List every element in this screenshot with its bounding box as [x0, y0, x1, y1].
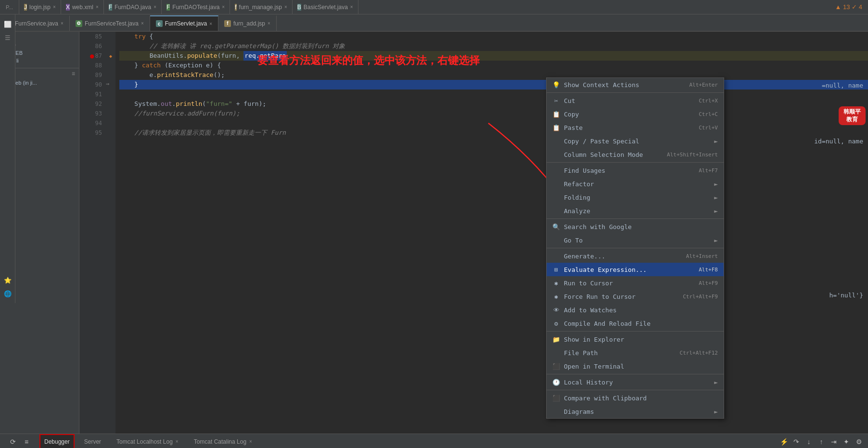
close-icon[interactable]: ×	[249, 439, 252, 444]
editor-gutter: ◆ ⇒	[106, 32, 115, 434]
ctx-analyze-label: Analyze	[564, 207, 590, 215]
ctx-search-google[interactable]: 🔍 Search with Google	[547, 220, 724, 233]
ctx-run-to-cursor[interactable]: ✱ Run to Cursor Alt+F9	[547, 276, 724, 290]
server-label: Server	[84, 438, 101, 445]
ctx-compare-clipboard[interactable]: ⬛ Compare with Clipboard	[547, 391, 724, 405]
services-toolbar: ⟳ ≡	[4, 436, 36, 447]
ctx-shortcut: Alt+Enter	[689, 82, 718, 88]
ctx-refactor[interactable]: Refactor ►	[547, 177, 724, 191]
refresh-btn[interactable]: ⟳	[8, 436, 18, 447]
ctx-analyze[interactable]: Analyze ►	[547, 204, 724, 218]
resume-btn[interactable]: ⚡	[779, 436, 789, 447]
tab-furnservicetest[interactable]: ⚙ FurnServiceTest.java ×	[70, 15, 150, 31]
ctx-diagrams-label: Diagrams	[564, 408, 594, 415]
step-into-btn[interactable]: ↓	[804, 436, 814, 447]
ctx-paste[interactable]: 📋 Paste Ctrl+V	[547, 121, 724, 134]
close-icon[interactable]: ×	[284, 4, 287, 10]
close-icon[interactable]: ×	[222, 4, 225, 10]
ctx-open-terminal[interactable]: ⬛ Open in Terminal	[547, 359, 724, 373]
tomcat-localhost-tab[interactable]: Tomcat Localhost Log ×	[111, 434, 184, 448]
close-icon[interactable]: ×	[350, 4, 353, 10]
gutter-86	[106, 41, 115, 51]
ctx-evaluate-label: Evaluate Expression...	[564, 266, 647, 273]
web-btn[interactable]: 🌐	[2, 288, 13, 299]
ctx-copy-paste-special[interactable]: Copy / Paste Special ►	[547, 134, 724, 148]
close-icon[interactable]: ×	[96, 4, 99, 10]
close-icon[interactable]: ×	[209, 21, 212, 26]
diagrams-icon	[552, 408, 560, 415]
code-line-93: //furnService.addFurn(furn);	[119, 109, 868, 118]
close-icon[interactable]: ×	[268, 21, 270, 26]
ctx-column-selection[interactable]: Column Selection Mode Alt+Shift+Insert	[547, 148, 724, 161]
project-btn[interactable]: ⬜	[2, 18, 13, 30]
ctx-shortcut: Alt+Insert	[686, 253, 718, 259]
collapse-btn[interactable]: ≡	[21, 436, 32, 447]
close-icon[interactable]: ×	[53, 4, 56, 10]
ctx-separator-5	[547, 331, 724, 332]
ctx-local-history-label: Local History	[564, 379, 613, 386]
tab-furnservlet[interactable]: c FurnServlet.java ×	[150, 15, 218, 31]
ctx-goto-label: Go To	[564, 237, 583, 244]
top-tab-login[interactable]: J login.jsp ×	[19, 0, 61, 14]
ctx-cut[interactable]: ✂ Cut Ctrl+X	[547, 94, 724, 107]
evaluate-btn[interactable]: ✦	[841, 436, 852, 447]
gutter-91	[106, 90, 115, 99]
debugger-tab[interactable]: Debugger	[39, 434, 75, 448]
server-tab[interactable]: Server	[78, 434, 107, 448]
ctx-file-path[interactable]: File Path Ctrl+Alt+F12	[547, 346, 724, 359]
run-cursor-icon: ✱	[552, 279, 560, 287]
run-cursor-btn[interactable]: ⇥	[829, 436, 839, 447]
ctx-paste-label: Paste	[564, 124, 583, 131]
ctx-shortcut: Alt+F8	[699, 267, 718, 273]
close-icon[interactable]: ×	[153, 4, 156, 10]
line-numbers: 85 86 ● 87 88 89 90 91 92 93 94 95	[79, 32, 106, 434]
ctx-evaluate-expression[interactable]: ⊞ Evaluate Expression... Alt+F8	[547, 263, 724, 276]
ctx-goto[interactable]: Go To ►	[547, 233, 724, 247]
top-tab-basicservlet[interactable]: B BasicServlet.java ×	[293, 0, 358, 14]
structure-btn[interactable]: ☰	[2, 32, 13, 43]
ctx-copy[interactable]: 📋 Copy Ctrl+C	[547, 107, 724, 121]
step-out-btn[interactable]: ↑	[816, 436, 827, 447]
step-over-btn[interactable]: ↷	[791, 436, 802, 447]
code-editor[interactable]: 要查看方法返回来的值，选中该方法，右键选择 85 86 ● 87 88 89 9…	[79, 32, 868, 434]
ctx-separator-4	[547, 248, 724, 248]
ctx-compare-label: Compare with Clipboard	[564, 395, 647, 402]
ctx-separator-1	[547, 92, 724, 93]
ctx-generate[interactable]: Generate... Alt+Insert	[547, 249, 724, 263]
close-icon[interactable]: ×	[176, 439, 179, 444]
ctx-show-context-actions[interactable]: 💡 Show Context Actions Alt+Enter	[547, 78, 724, 91]
submenu-arrow-icon: ►	[714, 194, 718, 201]
ctx-compile-reload[interactable]: ⚙ Compile And Reload File	[547, 317, 724, 330]
ctx-separator-7	[547, 390, 724, 390]
ctx-shortcut: Ctrl+C	[699, 111, 718, 117]
code-line-90: }	[119, 80, 868, 90]
ctx-diagrams[interactable]: Diagrams ►	[547, 405, 724, 418]
left-icon-bar: ⬜ ☰ ⭐ 🌐	[0, 14, 15, 303]
tomcat-catalina-tab[interactable]: Tomcat Catalina Log ×	[188, 434, 258, 448]
top-tab-furnmanage[interactable]: f furn_manage.jsp ×	[230, 0, 293, 14]
evaluate-icon: ⊞	[552, 266, 560, 273]
close-icon[interactable]: ×	[141, 21, 144, 26]
settings-btn[interactable]: ⚙	[854, 436, 864, 447]
tab-label: BasicServlet.java	[304, 4, 348, 11]
code-content[interactable]: try { // 老韩解读 讲 req.getParameterMap() 数据…	[115, 32, 868, 434]
code-line-86: // 老韩解读 讲 req.getParameterMap() 数据封装到fur…	[119, 41, 868, 51]
filepath-icon	[552, 349, 560, 357]
ctx-folding[interactable]: Folding ►	[547, 191, 724, 204]
project-icon: P...	[6, 4, 13, 10]
top-tab-furndaotest[interactable]: F FurnDAOTest.java ×	[162, 0, 230, 14]
ctx-show-explorer[interactable]: 📁 Show in Explorer	[547, 333, 724, 346]
tab-furnadd[interactable]: f furn_add.jsp ×	[218, 15, 277, 31]
ctx-find-usages[interactable]: Find Usages Alt+F7	[547, 164, 724, 177]
ctx-add-watches[interactable]: 👁 Add to Watches	[547, 303, 724, 317]
code-line-92: System.out.println("furn=" + furn);	[119, 99, 868, 109]
ctx-add-watches-label: Add to Watches	[564, 307, 617, 314]
code-line-91	[119, 90, 868, 99]
close-icon[interactable]: ×	[61, 21, 64, 26]
top-tab-web[interactable]: X web.xml ×	[61, 0, 104, 14]
top-tab-furndao[interactable]: F FurnDAO.java ×	[104, 0, 162, 14]
code-line-89: e.printStackTrace();	[119, 70, 868, 80]
ctx-local-history[interactable]: 🕐 Local History ►	[547, 375, 724, 389]
ctx-force-run-cursor[interactable]: ✱ Force Run to Cursor Ctrl+Alt+F9	[547, 290, 724, 303]
favorites-btn[interactable]: ⭐	[2, 274, 13, 286]
